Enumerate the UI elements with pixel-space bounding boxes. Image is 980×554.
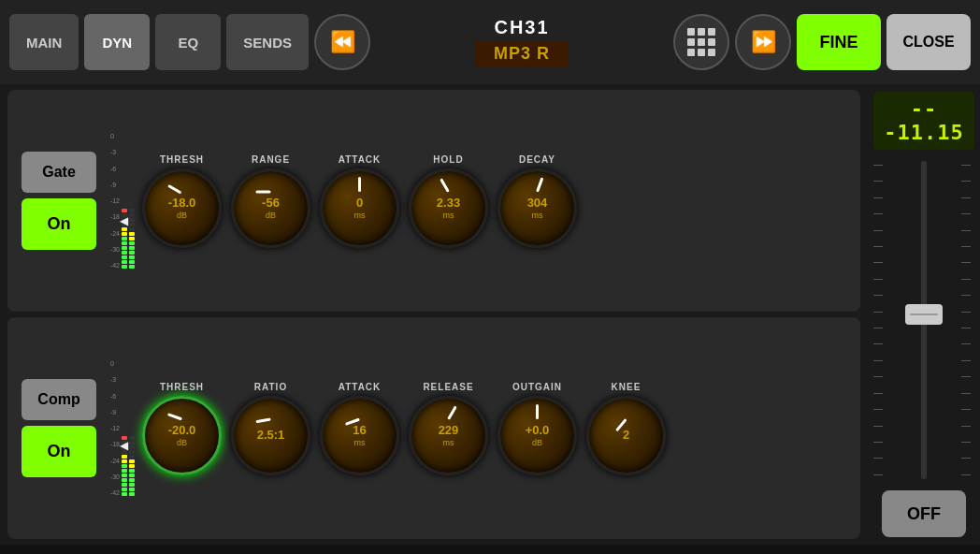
gate-thresh-unit: dB [168, 211, 196, 220]
comp-outgain-group: OUTGAIN +0.0 dB [497, 382, 577, 475]
right-panel: ---11.15 [868, 84, 980, 545]
comp-attack-value: 16 [353, 423, 366, 438]
gate-meter-marker: ◀ [120, 214, 128, 227]
comp-ratio-group: RATIO 2.5:1 [231, 382, 310, 475]
gate-vu-meter: 0-3-6-9-12-18-24-30-42 [108, 133, 135, 269]
gate-decay-unit: ms [527, 211, 548, 220]
level-display: ---11.15 [873, 92, 974, 150]
comp-knee-label: KNEE [612, 382, 641, 392]
comp-release-group: RELEASE 229 ms [409, 382, 488, 475]
gate-decay-value: 304 [527, 196, 548, 211]
gate-on-button[interactable]: On [22, 198, 96, 250]
comp-controls: Comp On [17, 379, 101, 477]
gate-range-unit: dB [262, 211, 280, 220]
channel-name: CH31 [494, 17, 549, 38]
comp-meter-marker: ◀ [120, 439, 128, 452]
gate-range-group: RANGE -56 dB [231, 154, 310, 248]
comp-knobs: THRESH -20.0 dB RATIO 2 [142, 382, 851, 475]
fader-thumb[interactable] [905, 304, 943, 325]
grid-button[interactable] [673, 14, 729, 70]
comp-thresh-unit: dB [168, 438, 196, 447]
gate-decay-label: DECAY [519, 154, 555, 165]
gate-panel: Gate On 0-3-6-9-12-18-24-30-42 [7, 90, 860, 312]
gate-knobs: THRESH -18.0 dB RANGE - [142, 154, 851, 248]
gate-attack-knob[interactable]: 0 ms [320, 168, 399, 248]
comp-release-unit: ms [439, 438, 459, 447]
comp-vu-meter: 0-3-6-9-12-18-24-30-42 [108, 360, 135, 496]
comp-attack-label: ATTACK [339, 382, 382, 392]
comp-knee-knob[interactable]: 2 [586, 396, 666, 475]
main-content: Gate On 0-3-6-9-12-18-24-30-42 [0, 84, 980, 545]
gate-range-value: -56 [262, 196, 280, 211]
gate-thresh-value: -18.0 [168, 196, 196, 211]
header: MAIN DYN EQ SENDS ⏪ CH31 MP3 R ⏩ FINE CL… [0, 0, 980, 84]
prev-button[interactable]: ⏪ [314, 14, 370, 70]
comp-knee-value: 2 [623, 428, 629, 443]
gate-controls: Gate On [17, 152, 101, 250]
gate-thresh-label: THRESH [160, 154, 204, 165]
off-button[interactable]: OFF [882, 490, 966, 537]
comp-on-button[interactable]: On [22, 426, 96, 477]
bottom-bar: THRESH -20.0 [0, 545, 980, 554]
comp-ratio-label: RATIO [254, 382, 287, 392]
gate-attack-unit: ms [354, 211, 366, 220]
next-button[interactable]: ⏩ [735, 14, 791, 70]
comp-thresh-value: -20.0 [168, 423, 196, 438]
next-icon: ⏩ [751, 30, 776, 54]
tab-sends[interactable]: SENDS [226, 14, 309, 70]
gate-thresh-group: THRESH -18.0 dB [142, 154, 222, 248]
channel-display: CH31 MP3 R [376, 17, 668, 67]
comp-attack-unit: ms [353, 438, 366, 447]
grid-icon [687, 28, 715, 56]
comp-thresh-label: THRESH [160, 382, 204, 392]
gate-decay-group: DECAY 304 ms [497, 154, 577, 248]
gate-thresh-knob[interactable]: -18.0 dB [142, 168, 222, 248]
gate-attack-label: ATTACK [339, 154, 382, 165]
comp-label-button[interactable]: Comp [22, 379, 96, 420]
comp-outgain-knob[interactable]: +0.0 dB [497, 396, 577, 475]
comp-ratio-value: 2.5:1 [257, 428, 285, 443]
comp-outgain-value: +0.0 [526, 423, 550, 438]
comp-attack-knob[interactable]: 16 ms [320, 396, 399, 475]
gate-hold-value: 2.33 [437, 196, 460, 211]
comp-knee-group: KNEE 2 [586, 382, 666, 475]
comp-thresh-knob[interactable]: -20.0 dB [142, 396, 222, 475]
prev-icon: ⏪ [330, 30, 355, 54]
comp-release-value: 229 [439, 423, 459, 438]
tab-dyn[interactable]: DYN [84, 14, 150, 70]
comp-outgain-label: OUTGAIN [512, 382, 562, 392]
comp-release-label: RELEASE [423, 382, 473, 392]
gate-hold-knob[interactable]: 2.33 ms [409, 168, 488, 248]
gate-attack-value: 0 [354, 196, 366, 211]
comp-outgain-unit: dB [526, 438, 550, 447]
gate-label-button[interactable]: Gate [22, 152, 96, 193]
tab-main[interactable]: MAIN [9, 14, 79, 70]
comp-ratio-knob[interactable]: 2.5:1 [231, 396, 310, 475]
close-button[interactable]: CLOSE [886, 14, 971, 70]
channel-source: MP3 R [475, 40, 569, 67]
gate-attack-group: ATTACK 0 ms [320, 154, 399, 248]
fine-button[interactable]: FINE [797, 14, 881, 70]
tab-eq[interactable]: EQ [155, 14, 221, 70]
gate-hold-label: HOLD [433, 154, 463, 165]
panels-area: Gate On 0-3-6-9-12-18-24-30-42 [0, 84, 868, 545]
gate-range-label: RANGE [252, 154, 290, 165]
gate-decay-knob[interactable]: 304 ms [497, 168, 577, 248]
gate-hold-group: HOLD 2.33 ms [409, 154, 488, 248]
comp-attack-group: ATTACK 16 ms [320, 382, 399, 475]
gate-range-knob[interactable]: -56 dB [231, 168, 310, 248]
comp-thresh-group: THRESH -20.0 dB [142, 382, 222, 475]
gate-hold-unit: ms [437, 211, 460, 220]
comp-panel: Comp On 0-3-6-9-12-18-24-30-42 [7, 317, 860, 539]
comp-release-knob[interactable]: 229 ms [409, 396, 488, 475]
